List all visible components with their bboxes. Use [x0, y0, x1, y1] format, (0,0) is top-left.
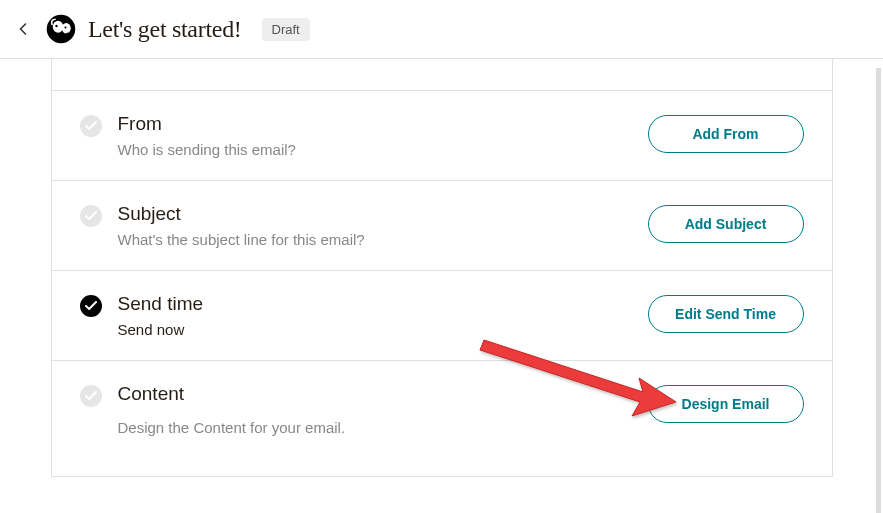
row-text: From Who is sending this email?: [118, 113, 632, 158]
svg-point-1: [53, 21, 64, 33]
check-icon: [80, 295, 102, 317]
main-content: From Who is sending this email? Add From…: [0, 59, 883, 477]
add-from-button[interactable]: Add From: [648, 115, 804, 153]
row-title: Subject: [118, 203, 632, 225]
row-subtitle: Design the Content for your email.: [118, 419, 632, 436]
row-title: Content: [118, 383, 632, 405]
status-badge: Draft: [262, 18, 310, 41]
send-time-row: Send time Send now Edit Send Time: [52, 271, 832, 361]
row-title: Send time: [118, 293, 632, 315]
check-icon: [80, 385, 102, 407]
mailchimp-logo-icon: [46, 14, 76, 44]
row-subtitle: Who is sending this email?: [118, 141, 632, 158]
spacer-row: [52, 59, 832, 91]
scrollbar-track: [876, 68, 881, 513]
row-text: Subject What's the subject line for this…: [118, 203, 632, 248]
row-subtitle: Send now: [118, 321, 632, 338]
row-text: Content Design the Content for your emai…: [118, 383, 632, 436]
header: Let's get started! Draft: [0, 0, 883, 59]
back-icon[interactable]: [16, 22, 30, 36]
add-subject-button[interactable]: Add Subject: [648, 205, 804, 243]
svg-point-4: [64, 26, 66, 28]
check-icon: [80, 115, 102, 137]
subject-row: Subject What's the subject line for this…: [52, 181, 832, 271]
row-title: From: [118, 113, 632, 135]
from-row: From Who is sending this email? Add From: [52, 91, 832, 181]
svg-point-2: [62, 23, 71, 34]
row-text: Send time Send now: [118, 293, 632, 338]
row-subtitle: What's the subject line for this email?: [118, 231, 632, 248]
design-email-button[interactable]: Design Email: [648, 385, 804, 423]
page-title: Let's get started!: [88, 16, 242, 43]
svg-point-3: [55, 25, 57, 27]
content-row: Content Design the Content for your emai…: [52, 361, 832, 476]
edit-send-time-button[interactable]: Edit Send Time: [648, 295, 804, 333]
setup-card: From Who is sending this email? Add From…: [51, 59, 833, 477]
check-icon: [80, 205, 102, 227]
